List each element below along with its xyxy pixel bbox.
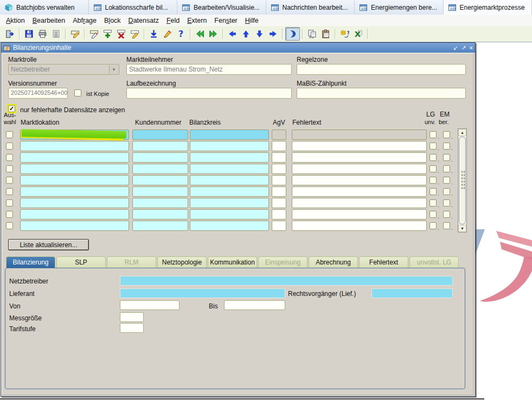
- download-button[interactable]: [147, 28, 161, 40]
- cell-marktlokation[interactable]: [20, 164, 129, 174]
- tarifstufe-field[interactable]: [120, 323, 144, 333]
- help-button[interactable]: ?: [174, 28, 188, 40]
- cell-bilanzkreis[interactable]: [190, 221, 269, 231]
- cell-kundennummer[interactable]: [132, 152, 188, 163]
- lg-unv-checkbox[interactable]: [430, 165, 437, 172]
- row-select-checkbox[interactable]: [6, 165, 13, 172]
- taskbar-tab-bearbeiten-visualisie[interactable]: Bearbeiten/Visualisie...: [177, 0, 266, 15]
- scroll-down-button[interactable]: ▼: [458, 225, 466, 232]
- cell-kundennummer[interactable]: [132, 175, 188, 185]
- enter-query-button[interactable]: [87, 28, 101, 40]
- cell-fehlertext[interactable]: [292, 198, 427, 208]
- cell-fehlertext[interactable]: [292, 209, 427, 220]
- cell-agv[interactable]: [272, 186, 286, 197]
- em-ber-checkbox[interactable]: [443, 222, 450, 229]
- messgroesse-field[interactable]: [120, 312, 144, 322]
- paste-button[interactable]: [319, 28, 332, 40]
- print-button[interactable]: [36, 28, 49, 40]
- prev-block-button[interactable]: [193, 28, 207, 40]
- update-record-button[interactable]: [128, 28, 142, 40]
- menu-bearbeiten[interactable]: Bearbeiten: [29, 16, 69, 25]
- window-titlebar[interactable]: Bilanzierungsinhalte ↙ ↗ ×: [1, 43, 475, 53]
- row-select-checkbox[interactable]: [6, 211, 13, 218]
- grid-scrollbar[interactable]: ▲ ▼: [458, 128, 467, 233]
- lg-unv-checkbox[interactable]: [430, 188, 437, 195]
- rechtsvorgaenger-field[interactable]: [371, 288, 453, 298]
- lg-unv-checkbox[interactable]: [430, 177, 437, 184]
- nav-right-button[interactable]: [266, 28, 280, 40]
- menu-datensatz[interactable]: Datensatz: [125, 16, 163, 25]
- query-edit-button[interactable]: [68, 28, 82, 40]
- von-field[interactable]: [120, 300, 180, 310]
- scroll-up-button[interactable]: ▲: [458, 129, 466, 136]
- cell-fehlertext[interactable]: [292, 130, 427, 140]
- cell-fehlertext[interactable]: [292, 141, 427, 151]
- exit-button[interactable]: [3, 28, 17, 40]
- cell-kundennummer[interactable]: [132, 209, 188, 220]
- cell-marktlokation[interactable]: [20, 152, 129, 163]
- netzbetreiber-field[interactable]: [120, 276, 453, 286]
- cell-bilanzkreis[interactable]: [190, 141, 269, 151]
- cell-agv[interactable]: [272, 198, 286, 208]
- delete-record-button[interactable]: [114, 28, 128, 40]
- menu-fenster[interactable]: Fenster: [210, 16, 241, 25]
- close-button[interactable]: ×: [470, 45, 473, 51]
- em-ber-checkbox[interactable]: [443, 199, 450, 207]
- nav-up-button[interactable]: [239, 28, 253, 40]
- cell-kundennummer[interactable]: [132, 186, 188, 197]
- cell-agv[interactable]: [272, 209, 286, 220]
- cell-agv[interactable]: [272, 152, 286, 163]
- menu-feld[interactable]: Feld: [163, 16, 183, 25]
- cell-bilanzkreis[interactable]: [190, 130, 269, 140]
- copy-button[interactable]: [305, 28, 319, 40]
- cell-agv[interactable]: [272, 164, 286, 174]
- menu-aktion[interactable]: Aktion: [2, 16, 29, 25]
- cell-bilanzkreis[interactable]: [190, 152, 269, 163]
- tab-kommunikation[interactable]: Kommunikation: [208, 256, 257, 268]
- em-ber-checkbox[interactable]: [443, 165, 450, 172]
- cell-bilanzkreis[interactable]: [190, 186, 269, 197]
- taskbar-tab-batchjobs-verwalten[interactable]: Batchjobs verwalten: [0, 0, 89, 15]
- cell-agv[interactable]: [272, 221, 286, 231]
- row-select-checkbox[interactable]: [6, 188, 13, 195]
- ist-kopie-checkbox[interactable]: [74, 89, 81, 96]
- save-button[interactable]: [22, 28, 36, 40]
- cell-agv[interactable]: [272, 175, 286, 185]
- em-ber-checkbox[interactable]: [443, 154, 450, 161]
- cell-marktlokation[interactable]: [20, 186, 129, 197]
- chevron-down-icon[interactable]: ▼: [109, 65, 118, 74]
- regelzone-field[interactable]: [297, 64, 466, 75]
- em-ber-checkbox[interactable]: [443, 177, 450, 184]
- row-select-checkbox[interactable]: [6, 143, 13, 150]
- nav-left-button[interactable]: [226, 28, 239, 40]
- logo-button[interactable]: [285, 27, 300, 41]
- cell-bilanzkreis[interactable]: [190, 209, 269, 220]
- mabis-zaehlpunkt-field[interactable]: [297, 88, 466, 99]
- cell-fehlertext[interactable]: [292, 221, 427, 231]
- cell-kundennummer[interactable]: [132, 221, 188, 231]
- tab-abrechnung[interactable]: Abrechnung: [309, 256, 358, 268]
- lg-unv-checkbox[interactable]: [430, 199, 437, 207]
- em-ber-checkbox[interactable]: [443, 131, 450, 138]
- cell-agv[interactable]: [272, 141, 286, 151]
- excel-button[interactable]: X: [351, 28, 365, 40]
- taskbar-tab-nachrichten-bearbeit[interactable]: Nachrichten bearbeit...: [266, 0, 355, 15]
- tab-fehlertext[interactable]: Fehlertext: [359, 256, 408, 268]
- lg-unv-checkbox[interactable]: [430, 143, 437, 150]
- edit-button[interactable]: [161, 28, 174, 40]
- cell-fehlertext[interactable]: [292, 175, 427, 185]
- restore-button[interactable]: ↗: [461, 45, 466, 51]
- cell-marktlokation[interactable]: [20, 198, 129, 208]
- taskbar-tab-lokationsscharfe-bil[interactable]: Lokationsscharfe bil...: [89, 0, 178, 15]
- list-button[interactable]: [49, 28, 63, 40]
- cell-bilanzkreis[interactable]: [190, 198, 269, 208]
- tab-netztopologie[interactable]: Netztopologie: [157, 256, 207, 268]
- taskbar-tab-energiemengen-bere[interactable]: Energiemengen bere...: [355, 0, 444, 15]
- lg-unv-checkbox[interactable]: [430, 211, 437, 218]
- nav-down-button[interactable]: [253, 28, 266, 40]
- lieferant-field[interactable]: [120, 288, 285, 298]
- scrollbar-thumb[interactable]: [459, 137, 466, 224]
- cell-bilanzkreis[interactable]: [190, 175, 269, 185]
- cell-marktlokation[interactable]: [20, 175, 129, 185]
- menu-extern[interactable]: Extern: [183, 16, 210, 25]
